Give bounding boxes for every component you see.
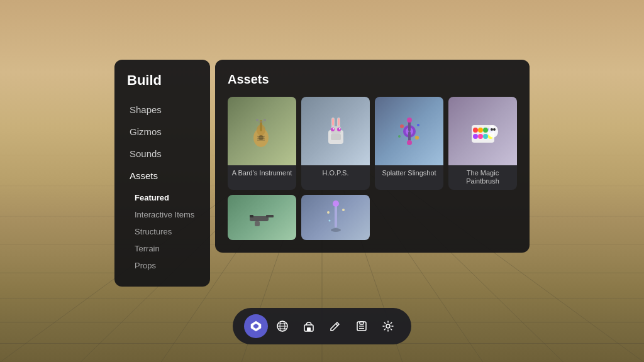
svg-point-52 — [478, 128, 483, 133]
asset-card-bards-instrument[interactable]: A Bard's Instrument — [228, 97, 296, 190]
svg-point-45 — [407, 140, 412, 145]
svg-point-36 — [337, 128, 341, 131]
svg-rect-83 — [360, 322, 364, 324]
svg-rect-80 — [307, 327, 311, 331]
svg-point-68 — [331, 228, 341, 232]
toolbar-build-button[interactable] — [244, 314, 268, 338]
svg-point-57 — [483, 134, 488, 139]
toolbar-edit-button[interactable] — [323, 314, 347, 338]
svg-rect-33 — [332, 118, 334, 126]
svg-point-60 — [491, 128, 493, 131]
svg-point-47 — [417, 124, 419, 126]
svg-point-69 — [327, 211, 330, 214]
sidebar-sub-featured[interactable]: Featured — [117, 189, 208, 206]
svg-point-24 — [264, 119, 266, 121]
asset-card-hops[interactable]: H.O.P.S. — [301, 97, 370, 190]
svg-point-71 — [328, 220, 330, 222]
sidebar-sub-terrain[interactable]: Terrain — [117, 240, 208, 257]
assets-grid-row1: A Bard's Instrument — [228, 97, 517, 190]
sidebar-item-shapes[interactable]: Shapes — [117, 99, 208, 121]
assets-panel: Assets — [215, 60, 530, 253]
sidebar-sub-interactive-items[interactable]: Interactive Items — [117, 206, 208, 223]
toolbar — [233, 308, 411, 344]
sidebar: Build Shapes Gizmos Sounds Assets Featur… — [114, 60, 210, 287]
svg-point-28 — [258, 135, 264, 140]
svg-point-44 — [407, 118, 412, 123]
svg-rect-65 — [250, 215, 253, 217]
asset-card-splatter-slingshot[interactable]: Splatter Slingshot — [375, 97, 443, 190]
asset-card-row2-item2[interactable] — [301, 195, 370, 240]
sidebar-item-assets[interactable]: Assets — [117, 165, 208, 187]
globe-icon — [276, 320, 289, 332]
svg-point-67 — [333, 200, 339, 207]
asset-thumbnail-row2-item2 — [301, 195, 370, 240]
svg-point-23 — [256, 119, 258, 121]
asset-thumbnail-splatter-slingshot — [375, 97, 443, 165]
svg-rect-64 — [255, 221, 260, 226]
svg-point-35 — [331, 128, 335, 131]
store-icon — [303, 320, 315, 332]
sidebar-title: Build — [114, 72, 210, 99]
svg-line-81 — [336, 324, 338, 326]
svg-point-53 — [483, 128, 488, 133]
svg-point-49 — [398, 135, 401, 138]
asset-thumbnail-bards-instrument — [228, 97, 296, 165]
build-icon — [250, 320, 262, 332]
sidebar-sub-props[interactable]: Props — [117, 257, 208, 274]
inventory-icon — [355, 320, 368, 332]
svg-rect-66 — [335, 205, 337, 228]
assets-grid-row2 — [228, 195, 517, 240]
toolbar-store-button[interactable] — [297, 314, 321, 338]
asset-thumbnail-magic-paintbrush — [448, 97, 517, 165]
sidebar-item-sounds[interactable]: Sounds — [117, 143, 208, 165]
asset-label-hops: H.O.P.S. — [301, 165, 370, 182]
svg-point-61 — [493, 128, 496, 131]
asset-thumbnail-row2-item1 — [228, 195, 296, 240]
svg-rect-34 — [338, 118, 340, 126]
edit-icon — [329, 320, 341, 332]
asset-card-row2-item1[interactable] — [228, 195, 296, 240]
svg-point-86 — [386, 324, 390, 328]
svg-point-70 — [342, 209, 345, 211]
sidebar-item-gizmos[interactable]: Gizmos — [117, 121, 208, 143]
svg-point-38 — [339, 128, 340, 129]
svg-point-51 — [473, 128, 478, 133]
svg-point-46 — [400, 124, 404, 128]
toolbar-inventory-button[interactable] — [350, 314, 374, 338]
svg-rect-39 — [331, 134, 341, 140]
assets-panel-title: Assets — [228, 72, 517, 87]
asset-label-magic-paintbrush: The Magic Paintbrush — [448, 165, 517, 190]
sidebar-sub-structures[interactable]: Structures — [117, 223, 208, 240]
asset-label-splatter-slingshot: Splatter Slingshot — [375, 165, 443, 182]
svg-point-55 — [473, 134, 478, 139]
asset-card-magic-paintbrush[interactable]: The Magic Paintbrush — [448, 97, 517, 190]
svg-rect-63 — [266, 215, 274, 217]
asset-thumbnail-hops — [301, 97, 370, 165]
asset-label-bards-instrument: A Bard's Instrument — [228, 165, 296, 182]
svg-point-37 — [333, 128, 334, 129]
svg-point-56 — [478, 134, 483, 139]
svg-point-59 — [488, 125, 498, 138]
svg-point-48 — [415, 136, 419, 140]
toolbar-world-button[interactable] — [270, 314, 294, 338]
toolbar-settings-button[interactable] — [376, 314, 400, 338]
sidebar-submenu: Featured Interactive Items Structures Te… — [114, 189, 210, 274]
settings-icon — [382, 320, 394, 332]
